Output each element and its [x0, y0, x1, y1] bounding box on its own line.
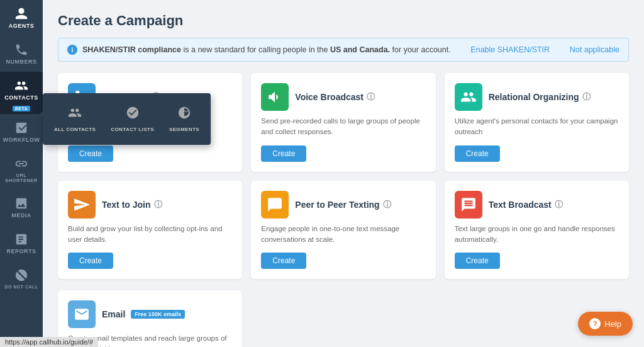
sidebar-item-do-not-call-label: DO NOT CALL [4, 285, 38, 290]
popup-segments-label: SEGMENTS [169, 127, 199, 132]
card-header-text-to-join: Text to Join ⓘ [68, 191, 232, 219]
sidebar-item-reports-label: REPORTS [6, 249, 36, 255]
url-shortener-icon [14, 156, 29, 171]
popup-segments[interactable]: SEGMENTS [163, 101, 206, 137]
text-broadcast-create-button[interactable]: Create [455, 253, 500, 269]
do-not-call-icon [14, 268, 29, 283]
agents-icon [14, 6, 29, 21]
campaign-card-relational-organizing: Relational Organizing ⓘ Utilize agent's … [445, 73, 629, 172]
popup-all-contacts[interactable]: ALL CONTACTS [48, 101, 102, 137]
card-header-peer-to-peer: Peer to Peer Texting ⓘ [261, 191, 425, 219]
beta-badge: BETA [13, 106, 31, 111]
relational-organizing-create-button[interactable]: Create [455, 145, 500, 162]
banner-text-main: is a new standard for calling people in … [181, 45, 330, 54]
peer-to-peer-info-icon: ⓘ [383, 199, 391, 210]
relational-organizing-title: Relational Organizing ⓘ [489, 91, 591, 103]
banner-text-bold: SHAKEN/STIR compliance [82, 45, 181, 54]
sidebar-item-numbers[interactable]: NUMBERS [0, 36, 43, 72]
card-header-voice-broadcast: Voice Broadcast ⓘ [261, 83, 425, 111]
voice-broadcast-info-icon: ⓘ [367, 91, 375, 103]
sidebar-item-media-label: MEDIA [11, 213, 31, 219]
text-to-join-icon [68, 191, 96, 219]
help-icon: ? [589, 318, 601, 329]
text-broadcast-desc: Text large groups in one go and handle r… [455, 224, 619, 246]
campaign-card-peer-to-peer: Peer to Peer Texting ⓘ Engage people in … [251, 181, 435, 280]
text-broadcast-icon [455, 191, 482, 219]
text-broadcast-title: Text Broadcast ⓘ [489, 199, 563, 210]
popup-contact-lists-label: CONTACT LISTS [111, 127, 154, 132]
voice-broadcast-create-button[interactable]: Create [261, 145, 306, 162]
email-icon [68, 300, 96, 328]
text-to-join-title: Text to Join ⓘ [102, 199, 162, 210]
relational-organizing-info-icon: ⓘ [582, 91, 591, 103]
text-to-join-create-button[interactable]: Create [68, 253, 113, 269]
main-content: Create a Campaign i SHAKEN/STIR complian… [43, 0, 644, 347]
info-banner: i SHAKEN/STIR compliance is a new standa… [58, 38, 629, 62]
sidebar-item-workflow-label: WORKFLOW [3, 137, 40, 144]
contact-lists-icon [126, 106, 140, 123]
voice-broadcast-title: Voice Broadcast ⓘ [295, 91, 375, 103]
peer-to-peer-create-button[interactable]: Create [261, 253, 306, 269]
sidebar-item-reports[interactable]: REPORTS [0, 225, 43, 261]
workflow-icon [14, 120, 29, 135]
voice-broadcast-icon [261, 83, 289, 111]
sidebar-item-numbers-label: NUMBERS [6, 59, 36, 65]
campaign-card-text-to-join: Text to Join ⓘ Build and grow your list … [58, 181, 242, 280]
peer-to-peer-desc: Engage people in one-to-one text message… [261, 224, 425, 246]
sidebar-item-agents-label: AGENTS [9, 23, 35, 30]
contacts-popup: ALL CONTACTS CONTACT LISTS SEGMENTS [43, 93, 211, 145]
card-header-text-broadcast: Text Broadcast ⓘ [455, 191, 619, 219]
sidebar-item-media[interactable]: MEDIA [0, 190, 43, 225]
sidebar-item-contacts-label: CONTACTS [4, 95, 38, 101]
banner-not-applicable-link[interactable]: Not applicable [570, 45, 619, 54]
page-title: Create a Campaign [58, 13, 629, 29]
numbers-icon [14, 42, 29, 57]
text-to-join-info-icon: ⓘ [154, 199, 162, 210]
text-broadcast-info-icon: ⓘ [555, 199, 563, 210]
sidebar-item-agents[interactable]: AGENTS [0, 0, 43, 36]
sidebar: AGENTS NUMBERS CONTACTS BETA WORKFLOW UR… [0, 0, 43, 347]
sidebar-item-workflow[interactable]: WORKFLOW [0, 114, 43, 150]
campaign-card-text-broadcast: Text Broadcast ⓘ Text large groups in on… [445, 181, 629, 280]
voice-broadcast-desc: Send pre-recorded calls to large groups … [261, 116, 425, 138]
help-label: Help [604, 319, 621, 329]
url-bar: https://app.callhub.io/guide/# [0, 337, 98, 347]
card-header-relational-organizing: Relational Organizing ⓘ [455, 83, 619, 111]
peer-to-peer-icon [261, 191, 289, 219]
help-button[interactable]: ? Help [578, 312, 633, 336]
banner-enable-link[interactable]: Enable SHAKEN/STIR [470, 45, 550, 54]
banner-text-after: for your account. [390, 45, 451, 54]
popup-all-contacts-label: ALL CONTACTS [54, 127, 96, 132]
relational-organizing-desc: Utilize agent's personal contacts for yo… [455, 116, 619, 138]
call-center-create-button[interactable]: Create [68, 145, 113, 162]
media-icon [14, 196, 29, 211]
sidebar-item-url-shortener-label: URL SHORTENER [3, 173, 40, 184]
banner-text: SHAKEN/STIR compliance is a new standard… [82, 45, 451, 54]
sidebar-item-url-shortener[interactable]: URL SHORTENER [0, 150, 43, 190]
info-icon: i [67, 45, 77, 55]
segments-icon [177, 106, 191, 123]
email-title: Email Free 100K emails [102, 309, 185, 319]
sidebar-item-contacts[interactable]: CONTACTS BETA [0, 72, 43, 114]
card-header-email: Email Free 100K emails [68, 300, 232, 328]
contacts-icon [14, 78, 29, 93]
email-row: Email Free 100K emails Create email temp… [58, 290, 629, 347]
peer-to-peer-title: Peer to Peer Texting ⓘ [295, 199, 391, 210]
popup-contact-lists[interactable]: CONTACT LISTS [104, 101, 160, 137]
reports-icon [14, 232, 29, 247]
campaign-card-voice-broadcast: Voice Broadcast ⓘ Send pre-recorded call… [251, 73, 435, 172]
banner-text-bold2: US and Canada. [330, 45, 390, 54]
text-to-join-desc: Build and grow your list by collecting o… [68, 224, 232, 246]
all-contacts-icon [68, 106, 82, 123]
sidebar-item-do-not-call[interactable]: DO NOT CALL [0, 261, 43, 296]
email-free-badge: Free 100K emails [131, 310, 185, 319]
relational-organizing-icon [455, 83, 482, 111]
